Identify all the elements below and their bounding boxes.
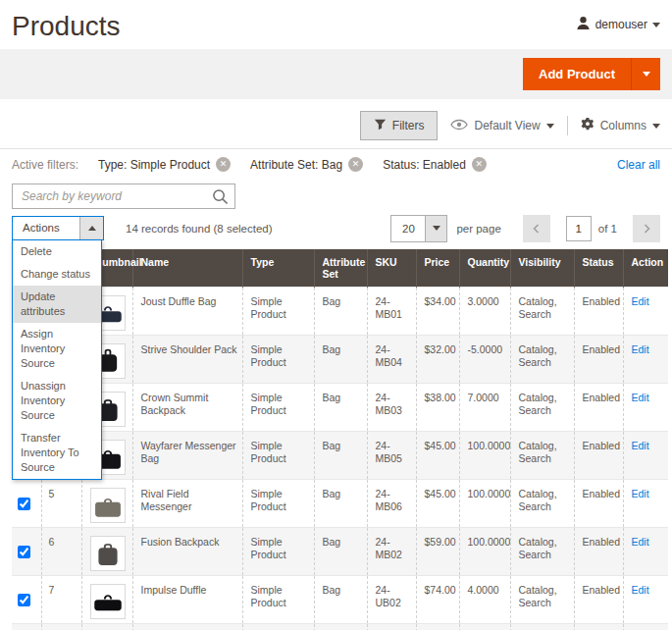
row-visibility: Catalog, Search: [510, 480, 574, 528]
actions-dropdown-menu: Delete Change status Update attributes A…: [12, 239, 102, 480]
chevron-down-icon: [643, 72, 650, 77]
column-header-price[interactable]: Price: [416, 249, 459, 288]
filters-button[interactable]: Filters: [360, 111, 439, 140]
columns-selector[interactable]: Columns: [581, 118, 660, 134]
edit-link[interactable]: Edit: [632, 392, 649, 403]
grid-toolbar: Filters Default View Columns: [0, 99, 672, 148]
edit-link[interactable]: Edit: [632, 584, 649, 596]
edit-link[interactable]: Edit: [632, 536, 649, 548]
row-price: $34.00: [416, 288, 459, 336]
row-price: [416, 624, 459, 630]
close-circle-icon[interactable]: ✕: [216, 157, 231, 172]
filter-pill-status: Status: Enabled ✕: [383, 157, 487, 172]
edit-link[interactable]: Edit: [632, 343, 649, 355]
menu-item-delete[interactable]: Delete: [13, 240, 101, 263]
table-row-partial: [12, 624, 668, 630]
row-price: $38.00: [416, 384, 459, 432]
toolbar-divider: [567, 116, 568, 135]
row-quantity: 100.0000: [459, 480, 510, 528]
view-selector[interactable]: Default View: [450, 119, 553, 133]
add-product-caret-button[interactable]: [631, 58, 660, 90]
menu-item-update-attributes[interactable]: Update attributes: [13, 286, 101, 323]
column-header-attribute-set[interactable]: Attribute Set: [314, 249, 367, 288]
eye-icon: [450, 119, 468, 133]
row-action-cell: [623, 624, 668, 630]
column-header-visibility[interactable]: Visibility: [510, 249, 574, 288]
row-name: Strive Shoulder Pack: [132, 336, 242, 384]
page-actions-band: Add Product: [0, 49, 672, 99]
row-name: Rival Field Messenger: [132, 480, 242, 528]
filter-pill-label: Status: Enabled: [383, 158, 466, 172]
row-status: Enabled: [574, 288, 623, 336]
column-header-type[interactable]: Type: [242, 249, 314, 288]
table-row: 7 Impulse Duffle Simple Product Bag 24-U…: [12, 576, 668, 624]
row-name: Crown Summit Backpack: [132, 384, 242, 432]
close-circle-icon[interactable]: ✕: [472, 157, 487, 172]
row-price: $45.00: [416, 480, 459, 528]
grid-controls-row: Actions Delete Change status Update attr…: [0, 216, 672, 240]
row-thumbnail-cell: [81, 624, 132, 630]
row-quantity: 100.0000: [459, 432, 510, 480]
actions-label: Actions: [13, 217, 79, 239]
funnel-icon: [374, 118, 387, 133]
table-row: 2 Strive Shoulder Pack Simple Product Ba…: [12, 336, 668, 384]
user-name: demouser: [595, 18, 647, 31]
add-product-button[interactable]: Add Product: [523, 58, 631, 90]
column-header-action[interactable]: Action: [623, 249, 668, 288]
clear-all-link[interactable]: Clear all: [617, 158, 660, 172]
search-input[interactable]: [13, 184, 234, 208]
table-row: 6 Fusion Backpack Simple Product Bag 24-…: [12, 528, 668, 576]
row-visibility: [510, 624, 574, 630]
row-checkbox[interactable]: [18, 546, 30, 558]
edit-link[interactable]: Edit: [632, 488, 649, 499]
column-header-quantity[interactable]: Quantity: [459, 249, 510, 288]
row-type: Simple Product: [242, 288, 314, 336]
row-checkbox-cell: [12, 624, 41, 630]
close-circle-icon[interactable]: ✕: [348, 157, 363, 172]
row-sku: 24-MB04: [367, 336, 416, 384]
row-thumbnail-cell: [81, 480, 132, 528]
column-header-sku[interactable]: SKU: [367, 249, 416, 288]
row-price: $32.00: [416, 336, 459, 384]
row-thumbnail-cell: [81, 576, 132, 624]
column-header-name[interactable]: Name: [132, 249, 242, 288]
row-attribute-set: Bag: [314, 432, 367, 480]
row-checkbox[interactable]: [18, 594, 30, 606]
chevron-up-icon: [88, 226, 96, 231]
row-type: Simple Product: [242, 336, 314, 384]
per-page-caret-box: [425, 216, 446, 241]
grid-header-row: ID Thumbnail Name Type Attribute Set SKU…: [12, 249, 668, 288]
menu-item-change-status[interactable]: Change status: [13, 263, 101, 286]
row-action-cell: Edit: [623, 336, 668, 384]
filter-pill-type: Type: Simple Product ✕: [98, 157, 231, 172]
row-sku: 24-MB03: [367, 384, 416, 432]
row-quantity: [459, 624, 510, 630]
row-checkbox-cell: [12, 480, 41, 528]
edit-link[interactable]: Edit: [632, 295, 649, 307]
user-menu[interactable]: demouser: [576, 16, 660, 33]
row-id: 5: [41, 480, 81, 528]
row-name: Fusion Backpack: [132, 528, 242, 576]
product-thumbnail: [90, 584, 126, 619]
row-visibility: Catalog, Search: [510, 288, 574, 336]
current-page-input[interactable]: [566, 216, 592, 241]
magnifier-icon[interactable]: [212, 188, 229, 209]
row-checkbox[interactable]: [18, 498, 30, 510]
filter-pill-label: Type: Simple Product: [98, 158, 210, 172]
menu-item-transfer-inventory-to-source[interactable]: Transfer Inventory To Source: [13, 427, 101, 479]
per-page-select[interactable]: 20: [390, 215, 447, 242]
row-attribute-set: Bag: [314, 384, 367, 432]
chevron-down-icon: [652, 23, 660, 27]
menu-item-unassign-inventory-source[interactable]: Unassign Inventory Source: [13, 375, 101, 427]
column-header-status[interactable]: Status: [574, 249, 623, 288]
previous-page-button[interactable]: [523, 215, 550, 242]
row-quantity: -5.0000: [459, 336, 510, 384]
menu-item-assign-inventory-source[interactable]: Assign Inventory Source: [13, 323, 101, 375]
row-attribute-set: Bag: [314, 288, 367, 336]
actions-dropdown-button[interactable]: Actions: [12, 216, 104, 240]
next-page-button[interactable]: [633, 215, 660, 242]
columns-selector-label: Columns: [600, 119, 646, 132]
edit-link[interactable]: Edit: [632, 440, 649, 451]
row-checkbox-cell: [12, 528, 41, 576]
row-status: Enabled: [574, 576, 623, 624]
